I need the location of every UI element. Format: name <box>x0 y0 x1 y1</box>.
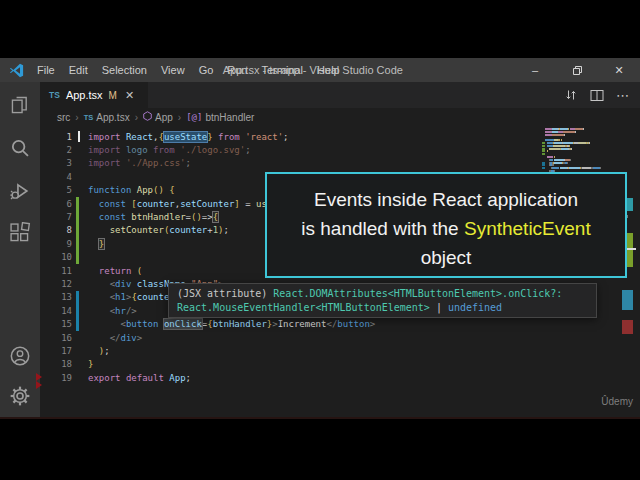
minimap-line <box>545 142 607 144</box>
gutter-glyph <box>40 304 56 317</box>
code-text: import React,{useState} from 'react'; <box>88 132 289 142</box>
code-line[interactable]: 17 ); <box>40 344 640 357</box>
chevron-right-icon: › <box>135 112 138 123</box>
change-indicator <box>76 331 79 344</box>
chevron-right-icon: › <box>178 112 181 123</box>
tooltip-line: (JSX attribute) React.DOMAttributes<HTML… <box>177 287 588 301</box>
change-indicator <box>76 157 79 170</box>
change-indicator <box>76 251 79 264</box>
minimap-line <box>545 159 607 161</box>
settings-gear-icon[interactable] <box>9 385 31 407</box>
menu-item-view[interactable]: View <box>154 64 192 76</box>
code-text: const btnHandler=()=>{ <box>88 212 218 222</box>
breadcrumb-symbol-btnhandler[interactable]: [@] btnHandler <box>186 112 254 123</box>
ruler-mark <box>622 290 633 310</box>
typescript-file-icon: TS <box>49 90 60 100</box>
tab-app-tsx[interactable]: TS App.tsx M ✕ <box>40 82 148 108</box>
vscode-window: FileEditSelectionViewGoRunTerminalHelp A… <box>0 58 640 419</box>
open-changes-icon[interactable] <box>564 88 578 102</box>
minimize-icon[interactable]: – <box>514 58 556 82</box>
vscode-logo-icon <box>9 63 24 78</box>
change-indicator <box>76 224 79 237</box>
restore-icon[interactable] <box>556 58 598 82</box>
method-symbol-icon: [@] <box>186 112 202 122</box>
deleted-lines-icon <box>36 381 42 389</box>
change-indicator <box>76 291 79 304</box>
gutter-glyph <box>40 184 56 197</box>
minimap-line <box>545 145 607 147</box>
line-number: 17 <box>56 346 72 356</box>
gutter-glyph <box>40 331 56 344</box>
minimap-line <box>545 167 607 169</box>
code-text: return ( <box>88 266 142 276</box>
search-icon[interactable] <box>9 137 31 159</box>
code-text: ); <box>88 346 110 356</box>
close-icon[interactable]: ✕ <box>598 58 640 82</box>
code-text: <hr/> <box>88 306 137 316</box>
code-line[interactable]: 18} <box>40 358 640 371</box>
more-actions-icon[interactable]: ⋯ <box>616 88 630 103</box>
menu-item-edit[interactable]: Edit <box>62 64 95 76</box>
code-text: function App() { <box>88 185 175 195</box>
change-indicator <box>76 277 79 290</box>
gutter-glyph <box>40 251 56 264</box>
code-line[interactable]: 15 <button onClick={btnHandler}>Incremen… <box>40 317 640 330</box>
chevron-right-icon: › <box>75 112 78 123</box>
line-number: 7 <box>56 212 72 222</box>
callout-line: Events inside React application <box>267 185 625 214</box>
extensions-icon[interactable] <box>9 222 31 244</box>
minimap-line <box>545 128 607 130</box>
minimap-line <box>545 153 607 155</box>
gutter-glyph <box>40 197 56 210</box>
change-indicator <box>76 358 79 371</box>
breadcrumb-src[interactable]: src <box>57 112 70 123</box>
code-line[interactable]: 16 </div> <box>40 331 640 344</box>
minimap-line <box>545 131 607 133</box>
menu-item-file[interactable]: File <box>30 64 62 76</box>
callout-highlight: SyntheticEvent <box>464 218 591 239</box>
account-icon[interactable] <box>9 345 31 367</box>
typescript-file-icon: TS <box>84 113 94 122</box>
window-title: App.tsx - ts-app - Visual Studio Code <box>223 64 403 76</box>
code-line[interactable]: 19export default App; <box>40 371 640 384</box>
gutter-glyph <box>40 277 56 290</box>
change-indicator <box>76 344 79 357</box>
editor-actions: ⋯ <box>564 82 640 108</box>
line-number: 1 <box>56 132 72 142</box>
tooltip-line: React.MouseEventHandler<HTMLButtonElemen… <box>177 301 588 315</box>
gutter-glyph <box>40 224 56 237</box>
breadcrumb-file[interactable]: TS App.tsx <box>84 112 130 123</box>
tab-label: App.tsx <box>66 89 103 101</box>
minimap-line <box>545 156 607 158</box>
code-text: import './App.css'; <box>88 158 191 168</box>
line-number: 6 <box>56 199 72 209</box>
callout-line: object <box>267 243 625 272</box>
gutter-glyph <box>40 210 56 223</box>
code-text: setCounter(counter+1); <box>88 225 229 235</box>
class-symbol-icon <box>143 111 152 123</box>
breadcrumb: src › TS App.tsx › App › [@] btnHandler <box>40 108 640 126</box>
minimap-line <box>545 150 607 152</box>
line-number: 10 <box>56 252 72 262</box>
change-indicator <box>76 170 79 183</box>
explorer-icon[interactable] <box>9 94 31 116</box>
change-indicator <box>76 210 79 223</box>
callout-line: is handled with the SyntheticEvent <box>267 214 625 243</box>
line-number: 11 <box>56 266 72 276</box>
line-number: 2 <box>56 145 72 155</box>
change-indicator <box>76 143 79 156</box>
breadcrumb-symbol-app[interactable]: App <box>143 111 173 123</box>
screen: { "titlebar": { "menus": ["File", "Edit"… <box>0 0 640 480</box>
gutter-glyph <box>40 143 56 156</box>
tab-close-icon[interactable]: ✕ <box>125 89 134 102</box>
line-number: 19 <box>56 373 72 383</box>
change-indicator <box>76 317 79 330</box>
split-editor-icon[interactable] <box>590 89 604 102</box>
menu-item-go[interactable]: Go <box>192 64 221 76</box>
minimap-line <box>545 139 607 141</box>
menu-item-selection[interactable]: Selection <box>95 64 154 76</box>
window-controls: – ✕ <box>514 58 640 82</box>
run-debug-icon[interactable] <box>9 180 31 202</box>
line-number: 13 <box>56 292 72 302</box>
minimap-line <box>545 164 607 166</box>
